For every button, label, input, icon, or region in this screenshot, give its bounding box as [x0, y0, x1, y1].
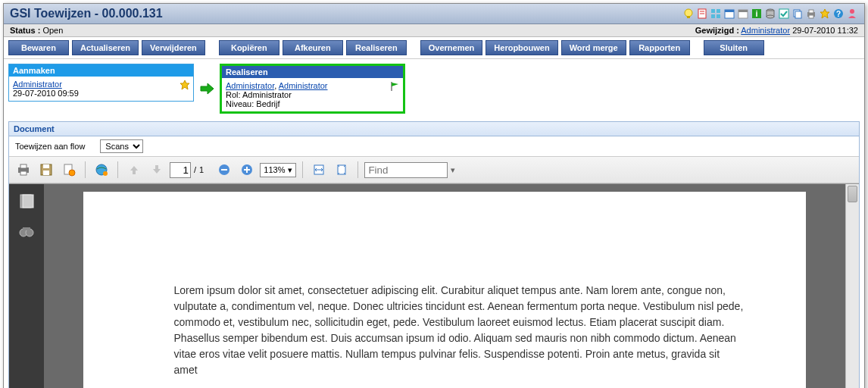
svg-rect-12: [738, 10, 748, 12]
zoom-level-select[interactable]: 113%▾: [260, 163, 296, 177]
sluiten-button[interactable]: Sluiten: [704, 40, 764, 55]
svg-rect-1: [687, 16, 690, 18]
document-section: Document Toewijzen aan flow Scans / 1 11…: [8, 121, 860, 388]
aanmaken-header: Aanmaken: [9, 64, 193, 77]
actualiseren-button[interactable]: Actualiseren: [72, 40, 139, 55]
spacer: [410, 40, 417, 55]
workflow-card-aanmaken: Aanmaken Administrator 29-07-2010 09:59: [8, 64, 194, 102]
realiseren-header: Realiseren: [222, 66, 403, 78]
globe-icon[interactable]: [92, 160, 111, 180]
lightbulb-icon[interactable]: [682, 8, 695, 20]
svg-rect-20: [795, 11, 801, 18]
aanmaken-user-link[interactable]: Administrator: [13, 80, 62, 89]
document-body-text: Lorem ipsum dolor sit amet, consectetuer…: [174, 283, 746, 378]
user-icon[interactable]: [846, 8, 858, 20]
filter-select[interactable]: Scans: [100, 139, 143, 153]
modified-cell: Gewijzigd : Administrator 29-07-2010 11:…: [695, 26, 858, 35]
status-value: Open: [42, 26, 63, 35]
page-total: 1: [199, 165, 204, 174]
database-icon[interactable]: [764, 8, 776, 20]
modified-user-link[interactable]: Administrator: [741, 26, 790, 35]
wordmerge-button[interactable]: Word merge: [561, 40, 626, 55]
calendar-icon[interactable]: [723, 8, 735, 20]
save-icon[interactable]: [36, 160, 56, 180]
heropbouwen-button[interactable]: Heropbouwen: [486, 40, 557, 55]
svg-rect-23: [809, 15, 813, 18]
page-title: GSI Toewijzen - 00.000.131: [10, 7, 163, 20]
svg-rect-7: [711, 14, 715, 18]
spacer: [208, 40, 216, 55]
fit-page-icon[interactable]: [332, 160, 351, 180]
rapporten-button[interactable]: Rapporten: [629, 40, 690, 55]
arrow-up-icon[interactable]: [124, 160, 144, 180]
check-icon[interactable]: [778, 8, 790, 20]
grid-icon[interactable]: [710, 8, 722, 20]
svg-rect-32: [43, 164, 49, 168]
realiseren-user2-link[interactable]: Administrator: [279, 81, 328, 90]
pdf-page-area[interactable]: Lorem ipsum dolor sit amet, consectetuer…: [44, 184, 845, 388]
realiseren-user1-link[interactable]: Administrator: [226, 81, 274, 90]
print-icon[interactable]: [14, 160, 33, 180]
workflow-card-realiseren: Realiseren Administrator, Administrator …: [220, 64, 405, 114]
realiseren-button[interactable]: Realiseren: [346, 40, 407, 55]
page-separator: /: [194, 165, 196, 174]
zoom-out-icon[interactable]: [214, 160, 234, 180]
find-input[interactable]: [364, 162, 448, 178]
svg-rect-22: [809, 10, 813, 13]
rol-value: Administrator: [242, 90, 292, 99]
svg-point-37: [103, 171, 108, 176]
binoculars-icon[interactable]: [18, 224, 35, 240]
aanmaken-datetime: 29-07-2010 09:59: [13, 89, 79, 98]
separator: [85, 161, 86, 178]
svg-point-26: [850, 9, 854, 14]
page-current-input[interactable]: [170, 162, 191, 178]
status-cell: Status : Open: [10, 26, 63, 35]
page-setup-icon[interactable]: [59, 160, 79, 180]
workflow-area: Aanmaken Administrator 29-07-2010 09:59 …: [4, 59, 864, 118]
notes-icon[interactable]: [696, 8, 708, 20]
calendar2-icon[interactable]: [737, 8, 749, 20]
print-icon[interactable]: [805, 8, 817, 20]
vertical-scrollbar[interactable]: [845, 184, 859, 388]
title-bar: GSI Toewijzen - 00.000.131 i ?: [4, 4, 864, 24]
zoom-value: 113%: [264, 165, 285, 174]
fit-width-icon[interactable]: [309, 160, 329, 180]
svg-rect-30: [20, 171, 27, 175]
help-icon[interactable]: ?: [832, 8, 845, 20]
svg-rect-5: [711, 9, 715, 13]
document-section-header: Document: [9, 122, 859, 136]
bewaren-button[interactable]: Bewaren: [8, 40, 69, 55]
modified-datetime: 29-07-2010 11:32: [792, 26, 858, 35]
copy-icon[interactable]: [792, 8, 804, 20]
svg-rect-8: [717, 14, 720, 18]
svg-rect-39: [221, 169, 227, 171]
realiseren-body: Administrator, Administrator Rol: Admini…: [222, 78, 403, 111]
separator: [302, 161, 303, 178]
verwijderen-button[interactable]: Verwijderen: [142, 40, 205, 55]
niveau-label: Niveau:: [226, 99, 254, 108]
green-flag-icon: [389, 81, 400, 92]
svg-rect-6: [717, 9, 720, 13]
separator: [358, 161, 358, 178]
spacer: [693, 40, 701, 55]
thumbnails-icon[interactable]: [18, 193, 35, 210]
arrow-down-icon[interactable]: [147, 160, 167, 180]
svg-point-35: [69, 170, 75, 176]
pdf-viewer-body: Lorem ipsum dolor sit amet, consectetuer…: [9, 183, 859, 388]
action-button-row: Bewaren Actualiseren Verwijderen Kopiëre…: [4, 37, 864, 59]
svg-rect-33: [43, 171, 49, 175]
status-label: Status :: [10, 26, 40, 35]
kopieren-button[interactable]: Kopiëren: [219, 40, 279, 55]
document-filter-row: Toewijzen aan flow Scans: [9, 136, 859, 156]
star-icon[interactable]: [819, 8, 831, 20]
zoom-in-icon[interactable]: [237, 160, 257, 180]
arrow-right-icon: [198, 80, 215, 97]
overnemen-button[interactable]: Overnemen: [420, 40, 483, 55]
svg-rect-18: [779, 9, 788, 18]
svg-point-17: [767, 15, 774, 18]
chevron-down-icon[interactable]: ▾: [451, 165, 455, 175]
afkeuren-button[interactable]: Afkeuren: [283, 40, 343, 55]
info-icon[interactable]: i: [751, 8, 763, 20]
modified-label: Gewijzigd :: [695, 26, 739, 35]
scrollbar-thumb[interactable]: [848, 186, 857, 202]
